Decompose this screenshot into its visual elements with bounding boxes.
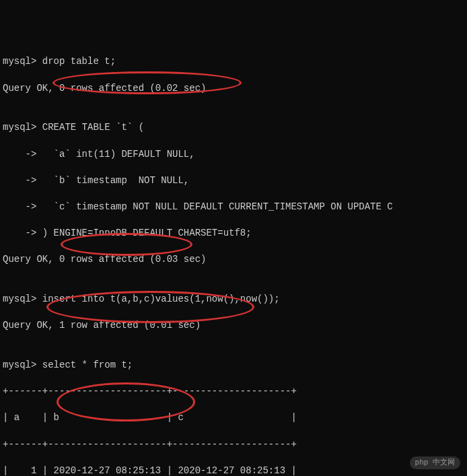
terminal-line: -> `b` timestamp NOT NULL, <box>3 174 464 188</box>
terminal-line: -> `a` int(11) DEFAULT NULL, <box>3 148 464 162</box>
terminal-line: mysql> select * from t; <box>3 359 464 372</box>
terminal-line: +------+---------------------+----------… <box>3 438 464 452</box>
terminal-line: -> `c` timestamp NOT NULL DEFAULT CURREN… <box>3 201 464 214</box>
terminal-line: mysql> insert into t(a,b,c)values(1,now(… <box>3 293 464 306</box>
terminal-line: mysql> CREATE TABLE `t` ( <box>3 121 464 135</box>
terminal-line: -> ) ENGINE=InnoDB DEFAULT CHARSET=utf8; <box>3 227 464 240</box>
terminal-line: mysql> drop table t; <box>3 55 464 69</box>
watermark: php 中文网 <box>410 456 460 469</box>
terminal-line: Query OK, 0 rows affected (0.03 sec) <box>3 253 464 267</box>
terminal-line: | a | b | c | <box>3 411 464 425</box>
terminal-line: | 1 | 2020-12-27 08:25:13 | 2020-12-27 0… <box>3 465 464 476</box>
terminal-line: +------+---------------------+----------… <box>3 385 464 399</box>
terminal-line: Query OK, 0 rows affected (0.02 sec) <box>3 82 464 96</box>
terminal-line: Query OK, 1 row affected (0.01 sec) <box>3 319 464 333</box>
